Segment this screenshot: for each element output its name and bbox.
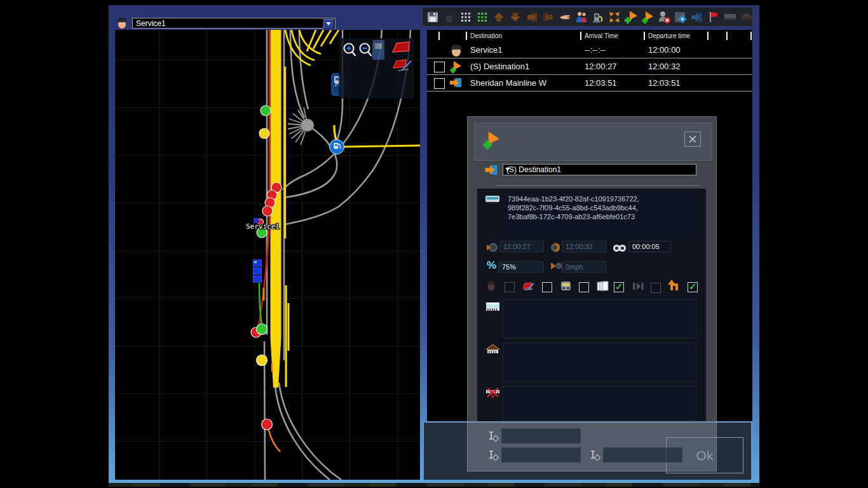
transfer-right-icon	[526, 11, 538, 24]
platform-dim-icon	[723, 11, 737, 23]
departure-time-field[interactable]: 12:00:32	[562, 241, 606, 252]
remove-driver-button[interactable]	[657, 10, 671, 24]
table-row[interactable]: Service1 --:--:-- 12:00:00	[427, 42, 752, 58]
platform-list[interactable]	[503, 299, 696, 339]
train-checkbox[interactable]	[579, 282, 589, 292]
add-stop-icon	[481, 130, 501, 152]
shed-list[interactable]	[503, 342, 696, 382]
uturn-arrow-icon	[668, 280, 681, 294]
shed-icon	[485, 344, 501, 359]
consist-id: 73944eaa-1b23-4f20-82af-c10919736722,	[508, 194, 691, 203]
driver-icon	[116, 17, 128, 29]
driver-checkbox[interactable]	[505, 282, 515, 292]
passengers-button[interactable]	[574, 10, 588, 24]
move-up-button[interactable]	[492, 10, 506, 24]
settings-box-button[interactable]	[674, 10, 688, 24]
chevron-down-icon[interactable]	[323, 19, 334, 29]
performance-field[interactable]: 75%	[498, 261, 544, 273]
map-service-label: Service1	[246, 222, 280, 231]
table-row[interactable]: (S) Destination1 12:00:27 12:00:32	[427, 58, 752, 75]
rename-gear-icon	[588, 449, 602, 464]
flag-button[interactable]	[707, 10, 721, 24]
driver-dim-icon	[444, 11, 455, 24]
move-down-button[interactable]	[508, 10, 522, 24]
fuel-pump-button[interactable]	[591, 10, 605, 24]
remove-driver-icon	[657, 10, 671, 24]
stop-marker-checkbox[interactable]	[542, 282, 552, 292]
add-stop-icon	[641, 10, 654, 24]
arrival-time-field[interactable]: 12:00:27	[499, 241, 544, 252]
train-front-icon	[560, 280, 572, 294]
pointer-hand-button[interactable]	[558, 10, 572, 24]
fuel-ghost-icon[interactable]	[372, 40, 384, 60]
driver-tool-button[interactable]	[442, 10, 456, 24]
driver-flag-icon	[486, 280, 496, 294]
portal-icon	[449, 77, 462, 90]
save-button[interactable]	[426, 10, 440, 24]
transfer-right-button[interactable]	[525, 10, 539, 24]
main-toolbar	[422, 7, 753, 27]
move-down-icon	[509, 11, 522, 24]
shed-tool-button[interactable]	[740, 10, 754, 24]
fuel-point-icon[interactable]	[330, 140, 344, 154]
stop-marker-icon	[522, 281, 534, 294]
route-map[interactable]: Service1	[115, 30, 420, 480]
name-field-1[interactable]	[501, 428, 581, 444]
play-pause-icon	[632, 281, 644, 294]
duration-field[interactable]: 00:00:05	[628, 241, 671, 252]
row-departure: 12:03:51	[648, 78, 681, 88]
departure-clock-icon	[550, 242, 562, 255]
excluded-platform-list[interactable]	[503, 386, 696, 421]
grid-dark-button[interactable]	[459, 10, 473, 24]
scatter-arrows-button[interactable]	[607, 10, 621, 24]
grid-green-button[interactable]	[475, 10, 489, 24]
stacked-cards-icon	[596, 280, 609, 294]
world-strip	[109, 483, 759, 487]
row-destination: Service1	[470, 45, 503, 55]
driver-icon	[450, 43, 463, 59]
row-departure: 12:00:00	[648, 45, 681, 55]
name-field-3[interactable]	[603, 447, 682, 463]
dialog-header	[474, 123, 712, 161]
portal-tool-button[interactable]	[690, 10, 704, 24]
transfer-left-icon	[542, 11, 555, 24]
portal-dim-icon	[691, 11, 703, 24]
uturn-checkbox[interactable]	[688, 282, 698, 292]
col-departure: Departure time	[648, 32, 690, 39]
service-dropdown[interactable]: Service1	[132, 18, 336, 29]
dialog-body: 73944eaa-1b23-4f20-82af-c10919736722, 98…	[477, 189, 706, 421]
consist-wagon-icon	[485, 194, 500, 208]
add-stop-button[interactable]	[641, 10, 654, 24]
add-service-button[interactable]	[624, 10, 638, 24]
rename-gear-icon	[487, 430, 501, 445]
timetable-header: Destination Arrival Time Departure time	[427, 30, 752, 42]
passengers-icon	[575, 11, 588, 24]
row-checkbox[interactable]	[434, 78, 445, 89]
grid-green-icon	[476, 11, 489, 24]
table-row[interactable]: Sheridan Mainline W 12:03:51 12:03:51	[427, 75, 752, 92]
scatter-arrows-icon	[608, 11, 621, 24]
col-destination: Destination	[470, 32, 502, 39]
fuel-pump-icon	[592, 11, 604, 24]
row-destination: (S) Destination1	[470, 62, 529, 71]
consist-id: 7e3baf8b-172c-4709-ab23-af6ebfe01c73	[508, 212, 691, 221]
row-checkbox[interactable]	[434, 62, 445, 72]
destination-dropdown-value: (S) Destination1	[506, 165, 561, 174]
platform-crossed-icon	[485, 387, 501, 402]
close-button[interactable]	[684, 132, 701, 147]
speed-limit-field[interactable]: 0mph	[562, 261, 606, 273]
transfer-left-button[interactable]	[541, 10, 555, 24]
turntable-fan	[288, 107, 314, 145]
add-service-icon	[624, 10, 638, 24]
consist-markers[interactable]	[254, 260, 262, 282]
row-arrival: --:--:--	[585, 45, 606, 55]
name-field-2[interactable]	[501, 447, 581, 463]
pointer-hand-icon	[559, 11, 571, 24]
map-overlay-panel	[339, 38, 414, 98]
flag-icon	[707, 11, 720, 24]
cards-checkbox[interactable]	[614, 282, 624, 292]
svg-text:30: 30	[557, 264, 561, 268]
platform-tool-button[interactable]	[723, 10, 737, 24]
destination-dropdown[interactable]: (S) Destination1	[503, 164, 696, 175]
play-pause-checkbox[interactable]	[651, 283, 661, 293]
